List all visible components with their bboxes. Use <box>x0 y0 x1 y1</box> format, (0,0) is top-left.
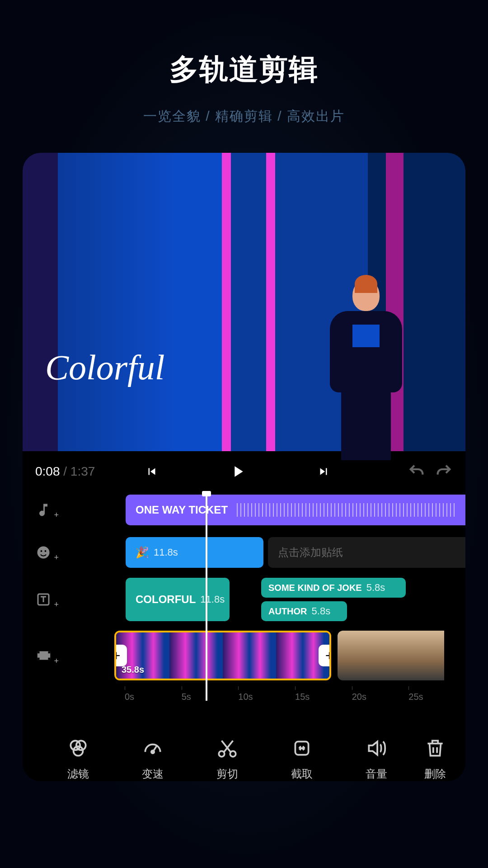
delete-button[interactable]: 删除 <box>415 737 455 781</box>
play-button[interactable] <box>229 462 247 481</box>
sticker-emoji: 🎉 <box>136 546 149 559</box>
crop-icon <box>290 737 314 760</box>
sticker-clip[interactable]: 🎉 11.8s <box>126 537 263 568</box>
music-note-icon <box>35 502 52 518</box>
sticker-placeholder[interactable]: 点击添加贴纸 <box>268 537 465 568</box>
add-clip-before-button[interactable]: + <box>114 645 127 666</box>
play-bar: 0:08 / 1:37 <box>23 451 465 492</box>
undo-icon <box>408 462 426 481</box>
cut-button[interactable]: 剪切 <box>191 737 263 781</box>
volume-button[interactable]: 音量 <box>340 737 413 781</box>
sticker-track: + 🎉 11.8s 点击添加贴纸 <box>23 534 465 571</box>
add-music-button[interactable]: + <box>35 502 62 518</box>
timeline[interactable]: + ONE WAY TICKET + 🎉 11.8s 点击添加贴纸 <box>23 492 465 719</box>
text-clip-main[interactable]: COLORFUL 11.8s <box>126 578 230 621</box>
next-button[interactable] <box>314 462 333 481</box>
svg-point-13 <box>219 751 225 757</box>
crop-button[interactable]: 截取 <box>266 737 338 781</box>
time-ruler: 0s 5s 10s 15s 20s 25s <box>23 692 465 710</box>
playhead[interactable] <box>206 492 207 701</box>
svg-rect-5 <box>38 651 40 654</box>
prev-button[interactable] <box>143 462 161 481</box>
trash-icon <box>423 737 447 760</box>
svg-point-11 <box>73 746 83 756</box>
undo-button[interactable] <box>408 462 426 481</box>
video-clip-selected[interactable]: + 35.8s + <box>114 631 331 680</box>
time-current: 0:08 <box>35 464 60 478</box>
add-clip-after-button[interactable]: + <box>319 645 331 666</box>
speed-button[interactable]: 变速 <box>117 737 189 781</box>
svg-point-12 <box>151 750 154 753</box>
add-text-button[interactable]: + <box>35 591 62 608</box>
svg-point-2 <box>45 550 47 552</box>
redo-button[interactable] <box>435 462 453 481</box>
bottom-toolbar: 滤镜 变速 剪切 截取 音量 删除 <box>23 719 465 781</box>
sticker-duration: 11.8s <box>154 547 178 558</box>
text-icon <box>35 591 52 608</box>
page-subtitle: 一览全貌 / 精确剪辑 / 高效出片 <box>0 107 488 126</box>
editor-panel: Colorful 0:08 / 1:37 <box>23 153 465 781</box>
svg-rect-8 <box>48 658 51 660</box>
svg-point-10 <box>76 741 85 750</box>
emoji-icon <box>35 544 52 561</box>
redo-icon <box>435 462 453 481</box>
svg-rect-7 <box>48 651 51 654</box>
svg-rect-6 <box>38 658 40 660</box>
music-track: + ONE WAY TICKET <box>23 492 465 528</box>
add-video-button[interactable]: + <box>35 647 62 664</box>
filter-button[interactable]: 滤镜 <box>42 737 114 781</box>
skip-next-icon <box>317 465 330 478</box>
speed-icon <box>141 737 164 760</box>
svg-point-1 <box>41 550 42 552</box>
video-track: + + 35.8s + <box>23 628 465 683</box>
volume-icon <box>365 737 388 760</box>
music-clip-title: ONE WAY TICKET <box>136 504 228 516</box>
waveform-icon <box>237 503 455 517</box>
video-clip[interactable] <box>338 631 450 680</box>
video-clip-duration: 35.8s <box>122 665 144 675</box>
svg-point-0 <box>38 547 50 559</box>
play-icon <box>229 462 247 481</box>
music-clip[interactable]: ONE WAY TICKET <box>126 495 465 525</box>
text-clip[interactable]: AUTHOR 5.8s <box>261 601 347 621</box>
svg-point-14 <box>230 751 236 757</box>
add-sticker-button[interactable]: + <box>35 544 62 561</box>
film-icon <box>35 647 52 664</box>
preview-overlay-text: Colorful <box>45 347 164 388</box>
skip-prev-icon <box>145 465 159 478</box>
filter-icon <box>66 737 90 760</box>
preview-subject <box>321 279 411 451</box>
text-track: + COLORFUL 11.8s SOME KIND OF JOKE 5.8s … <box>23 577 465 622</box>
scissors-icon <box>216 737 239 760</box>
page-title: 多轨道剪辑 <box>0 0 488 89</box>
video-preview[interactable]: Colorful <box>23 153 465 451</box>
text-clip[interactable]: SOME KIND OF JOKE 5.8s <box>261 578 406 598</box>
